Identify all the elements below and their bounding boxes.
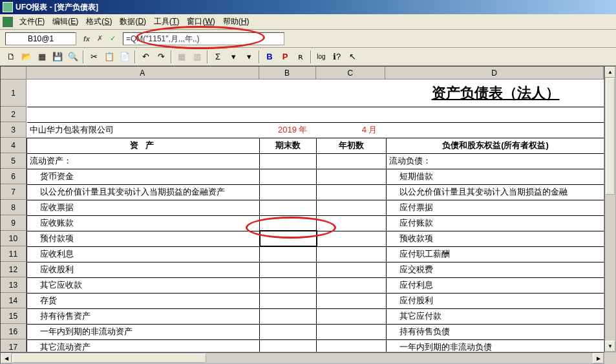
fx-icon[interactable]: fx: [81, 34, 92, 44]
save-button[interactable]: 💾: [50, 50, 65, 64]
row-header[interactable]: 7: [1, 184, 26, 200]
row-header[interactable]: 6: [1, 169, 26, 184]
new-button[interactable]: 🗋: [4, 50, 18, 64]
section-assets: 流动资产：: [27, 153, 260, 169]
row-header[interactable]: 2: [1, 107, 26, 122]
menu-file[interactable]: 文件(F): [16, 16, 48, 27]
redo-button[interactable]: ↷: [154, 50, 168, 64]
menu-format[interactable]: 格式(S): [82, 16, 116, 27]
formula-input[interactable]: =QM("1151",月,,,年,,): [123, 32, 284, 45]
row-header[interactable]: 13: [1, 277, 26, 293]
column-headers: A B C D: [27, 67, 604, 80]
table-row: 中山华力包装有限公司 2019 年 4 月: [27, 122, 605, 138]
b-button[interactable]: B: [262, 50, 277, 64]
row-headers: 1 2 3 4 5 6 7 8 9 10 11 12 13 14 15 16 1…: [1, 80, 27, 352]
fn1-button[interactable]: ▾: [226, 50, 240, 64]
row-header[interactable]: 10: [1, 231, 26, 246]
menu-data[interactable]: 数据(D): [116, 16, 150, 27]
window-title: UFO报表 - [资产负债表]: [16, 2, 613, 13]
row-header[interactable]: 8: [1, 200, 26, 215]
preview-button[interactable]: 🔍: [66, 50, 80, 64]
table-row: 应收票据应付票据: [27, 200, 605, 215]
section-liab: 流动负债：: [387, 153, 605, 169]
copy-button[interactable]: 📋: [102, 50, 116, 64]
cancel-icon[interactable]: ✗: [94, 34, 105, 44]
tbl1-button[interactable]: ▦: [175, 50, 189, 64]
undo-button[interactable]: ↶: [138, 50, 153, 64]
table-row: 流动资产： 流动负债：: [27, 153, 605, 169]
selected-cell-b10[interactable]: [260, 231, 317, 246]
col-header-b[interactable]: B: [259, 67, 316, 79]
scroll-down-icon[interactable]: ▼: [605, 341, 615, 352]
table-row: 存货应付股利: [27, 293, 605, 308]
hdr-assets: 资 产: [27, 138, 260, 153]
cell-reference[interactable]: B10@1: [5, 32, 76, 45]
table-row: 应收账款应付账款: [27, 215, 605, 231]
row-header[interactable]: 9: [1, 215, 26, 231]
accept-icon[interactable]: ✓: [107, 34, 118, 44]
table-row: 其它流动资产一年内到期的非流动负债: [27, 339, 605, 352]
layout-button[interactable]: ▦: [35, 50, 49, 64]
row-header[interactable]: 1: [1, 80, 26, 107]
scroll-right-icon[interactable]: ▶: [593, 353, 604, 363]
paste-button[interactable]: 📄: [118, 50, 132, 64]
grid[interactable]: 资产负债表（法人） 中山华力包装有限公司 2019 年 4 月 资 产 期末数 …: [27, 80, 604, 352]
menu-help[interactable]: 帮助(H): [219, 16, 253, 27]
sum-button[interactable]: Σ: [211, 50, 225, 64]
table-row: 持有待售资产其它应付款: [27, 308, 605, 324]
scroll-up-icon[interactable]: ▲: [605, 67, 615, 78]
row-header[interactable]: 11: [1, 246, 26, 262]
menu-window[interactable]: 窗口(W): [183, 16, 218, 27]
sheet-title: 资产负债表（法人）: [387, 80, 605, 107]
table-row: 资 产 期末数 年初数 负债和股东权益(所有者权益): [27, 138, 605, 153]
select-all-corner[interactable]: [1, 67, 27, 80]
company-name: 中山华力包装有限公司: [27, 122, 260, 138]
table-row: 其它应收款应付利息: [27, 277, 605, 293]
resize-grip[interactable]: [604, 352, 616, 364]
table-row: 资产负债表（法人）: [27, 80, 605, 107]
row-header[interactable]: 3: [1, 122, 26, 138]
hdr-end: 期末数: [260, 138, 317, 153]
titlebar: UFO报表 - [资产负债表]: [0, 0, 616, 14]
doc-icon[interactable]: [3, 17, 13, 27]
vertical-scrollbar[interactable]: ▲ ▼: [604, 66, 616, 352]
scroll-thumb[interactable]: [606, 78, 615, 195]
table-row: 应收股利应交税费: [27, 262, 605, 277]
table-row: 一年内到期的非流动资产持有待售负债: [27, 324, 605, 339]
scroll-thumb-h[interactable]: [12, 354, 206, 363]
col-header-d[interactable]: D: [385, 67, 604, 79]
row-header[interactable]: 4: [1, 138, 26, 153]
fn2-button[interactable]: ▾: [242, 50, 256, 64]
app-icon: [3, 2, 13, 12]
col-header-a[interactable]: A: [27, 67, 259, 79]
month-label: 4 月: [317, 122, 387, 138]
table-row: 应收利息应付职工薪酬: [27, 246, 605, 262]
pointer-button[interactable]: ↖: [345, 50, 359, 64]
row-header[interactable]: 12: [1, 262, 26, 277]
formula-bar: B10@1 fx ✗ ✓ =QM("1151",月,,,年,,): [0, 30, 616, 48]
hdr-begin: 年初数: [317, 138, 387, 153]
log-button[interactable]: log: [314, 50, 328, 64]
table-row: [27, 107, 605, 122]
hdr-liab: 负债和股东权益(所有者权益): [387, 138, 605, 153]
col-header-c[interactable]: C: [316, 67, 386, 79]
scroll-left-icon[interactable]: ◀: [1, 353, 12, 363]
row-header[interactable]: 16: [1, 324, 26, 339]
table-row: 以公允价值计量且其变动计入当期损益的金融资产以公允价值计量且其变动计入当期损益的…: [27, 184, 605, 200]
horizontal-scrollbar[interactable]: ◀ ▶: [0, 352, 604, 364]
row-header[interactable]: 15: [1, 308, 26, 324]
cut-button[interactable]: ✂: [87, 50, 101, 64]
row-header[interactable]: 5: [1, 153, 26, 169]
menu-tools[interactable]: 工具(T): [150, 16, 183, 27]
r-button[interactable]: ʀ: [293, 50, 308, 64]
help-button[interactable]: ℹ?: [330, 50, 344, 64]
open-button[interactable]: 📂: [19, 50, 34, 64]
tbl2-button[interactable]: ▥: [190, 50, 204, 64]
menu-edit[interactable]: 编辑(E): [48, 16, 82, 27]
row-header[interactable]: 17: [1, 339, 26, 352]
table-row: 预付款项预收款项: [27, 231, 605, 246]
spreadsheet: A B C D 1 2 3 4 5 6 7 8 9 10 11 12 13 14…: [0, 66, 604, 352]
p-button[interactable]: P: [278, 50, 292, 64]
menubar: 文件(F) 编辑(E) 格式(S) 数据(D) 工具(T) 窗口(W) 帮助(H…: [0, 14, 616, 30]
row-header[interactable]: 14: [1, 293, 26, 308]
